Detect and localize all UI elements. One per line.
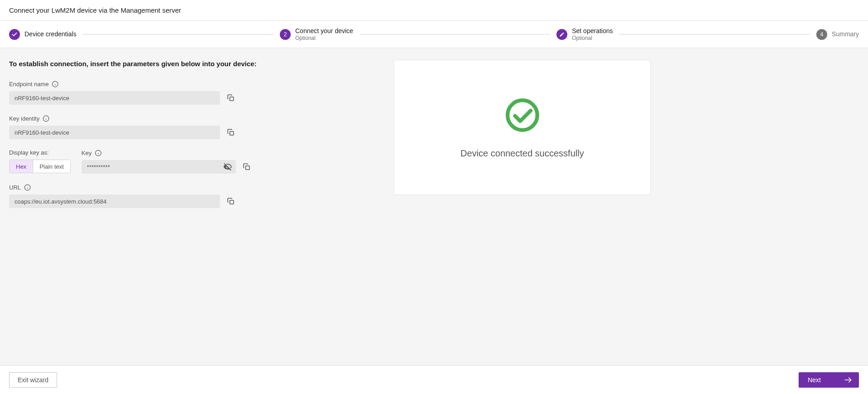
check-circle-icon	[504, 97, 541, 136]
step-connector	[83, 34, 273, 34]
field-label: Key	[82, 150, 92, 156]
connection-status-panel: Device connected successfully	[394, 60, 651, 195]
step-set-operations[interactable]: Set operations Optional	[556, 27, 613, 41]
step-connector	[360, 34, 551, 34]
svg-rect-3	[230, 97, 234, 101]
copy-icon[interactable]	[242, 162, 251, 171]
check-icon	[9, 29, 20, 40]
step-label: Device credentials	[24, 30, 76, 38]
exit-wizard-button[interactable]: Exit wizard	[9, 372, 57, 388]
step-label: Summary	[832, 30, 859, 38]
key-identity-input[interactable]	[9, 126, 220, 139]
field-key-identity: Key identity	[9, 115, 381, 139]
copy-icon[interactable]	[226, 128, 235, 137]
svg-rect-11	[245, 166, 249, 170]
field-label: Display key as:	[9, 149, 49, 156]
wizard-footer: Exit wizard Next	[0, 365, 868, 394]
wizard-content: To establish connection, insert the para…	[0, 48, 868, 365]
step-number-icon: 4	[816, 29, 827, 40]
field-key-display: Display key as: Hex Plain text Key	[9, 149, 381, 174]
step-sublabel: Optional	[295, 35, 353, 41]
visibility-off-icon[interactable]	[223, 162, 232, 171]
toggle-plaintext[interactable]: Plain text	[33, 160, 70, 173]
step-number-icon: 2	[280, 29, 291, 40]
display-key-toggle: Hex Plain text	[9, 160, 71, 173]
field-url: URL	[9, 184, 381, 208]
parameters-panel: To establish connection, insert the para…	[9, 60, 381, 354]
step-summary[interactable]: 4 Summary	[816, 29, 859, 40]
step-connector	[619, 34, 810, 34]
svg-rect-7	[230, 131, 234, 135]
step-label: Set operations	[572, 27, 613, 35]
endpoint-name-input[interactable]	[9, 91, 220, 105]
copy-icon[interactable]	[226, 93, 235, 102]
step-label: Connect your device	[295, 27, 353, 35]
key-input[interactable]	[82, 160, 236, 174]
pencil-icon	[556, 29, 567, 40]
field-label: Key identity	[9, 115, 39, 122]
field-label: URL	[9, 184, 21, 191]
status-message: Device connected successfully	[460, 148, 584, 159]
svg-rect-15	[230, 200, 234, 204]
toggle-hex[interactable]: Hex	[10, 160, 33, 173]
info-icon[interactable]	[94, 149, 102, 156]
wizard-stepper: Device credentials 2 Connect your device…	[0, 21, 868, 48]
arrow-right-icon	[844, 375, 853, 384]
instruction-text: To establish connection, insert the para…	[9, 60, 381, 68]
url-input[interactable]	[9, 195, 220, 208]
next-button[interactable]: Next	[799, 372, 859, 388]
copy-icon[interactable]	[226, 197, 235, 206]
page-header: Connect your LwM2M device via the Manage…	[0, 0, 868, 21]
field-endpoint-name: Endpoint name	[9, 80, 381, 105]
page-title: Connect your LwM2M device via the Manage…	[9, 6, 859, 14]
next-button-label: Next	[808, 376, 821, 384]
step-connect-device[interactable]: 2 Connect your device Optional	[280, 27, 353, 41]
step-device-credentials[interactable]: Device credentials	[9, 29, 76, 40]
field-label: Endpoint name	[9, 81, 49, 88]
svg-point-16	[507, 100, 537, 130]
step-sublabel: Optional	[572, 35, 613, 41]
info-icon[interactable]	[24, 184, 31, 191]
info-icon[interactable]	[51, 80, 59, 88]
info-icon[interactable]	[42, 115, 49, 122]
